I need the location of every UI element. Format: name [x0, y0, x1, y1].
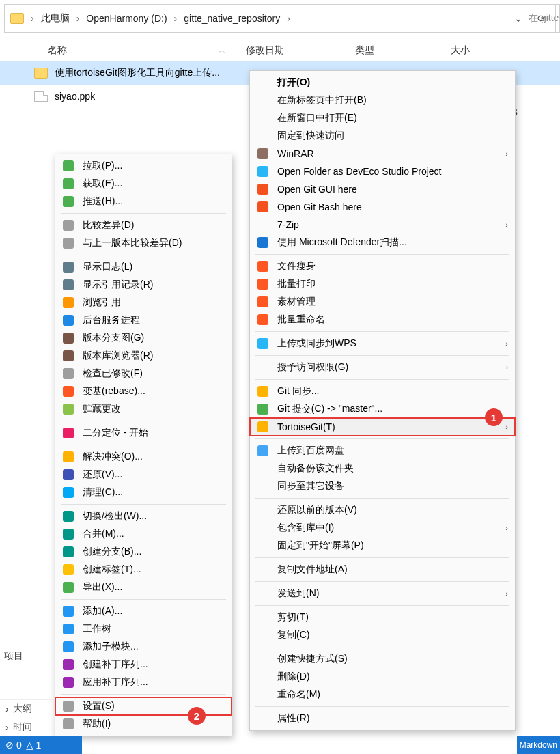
submenu-item-repobrowser[interactable]: 版本库浏览器(R): [55, 347, 232, 365]
menu-item-include[interactable]: 包含到库中(I)›: [250, 519, 515, 537]
submenu-item-label: 应用补丁序列...: [83, 676, 148, 688]
submenu-item-export[interactable]: 导出(X)...: [55, 578, 232, 596]
submenu-item-label: 版本库浏览器(R): [83, 350, 153, 362]
breadcrumb[interactable]: › 此电脑 › OpenHarmony (D:) › gitte_native_…: [4, 4, 556, 33]
menu-item-gitsync[interactable]: Git 同步...: [250, 382, 515, 400]
submenu-item-submodule[interactable]: 添加子模块...: [55, 638, 232, 656]
submenu-item-branch[interactable]: 创建分支(B)...: [55, 543, 232, 561]
menu-item-gitgui[interactable]: Open Git GUI here: [250, 180, 515, 198]
context-menu: 打开(O)在新标签页中打开(B)在新窗口中打开(E)固定到快速访问WinRAR›…: [249, 70, 516, 731]
menu-item-label: 重命名(M): [277, 688, 320, 701]
submenu-item-bisect[interactable]: 二分定位 - 开始: [55, 424, 232, 442]
menu-item-cut[interactable]: 剪切(T): [250, 609, 515, 626]
submenu-item-switch[interactable]: 切换/检出(W)...: [55, 507, 232, 525]
status-language[interactable]: Markdown: [517, 736, 560, 754]
menu-item-pin[interactable]: 固定到快速访问: [250, 127, 515, 145]
menu-item-copyaddr[interactable]: 复制文件地址(A): [250, 561, 515, 578]
submenu-item-diffprev[interactable]: 与上一版本比较差异(D): [55, 234, 232, 252]
menu-item-label: TortoiseGit(T): [277, 421, 335, 432]
submenu-item-checkmod[interactable]: 检查已修改(F): [55, 365, 232, 382]
submenu-item-label: 导出(X)...: [83, 581, 122, 594]
menu-item-shortcut[interactable]: 创建快捷方式(S): [250, 650, 515, 668]
submenu-item-rebase[interactable]: 变基(rebase)...: [55, 382, 232, 400]
menu-item-open[interactable]: 打开(O): [250, 74, 515, 92]
submenu-item-resolve[interactable]: 解决冲突(O)...: [55, 448, 232, 466]
col-size[interactable]: 大小: [451, 44, 519, 57]
submenu-item-worktree[interactable]: 工作树: [55, 620, 232, 638]
submenu-item-createpatch[interactable]: 创建补丁序列...: [55, 656, 232, 673]
submenu-item-merge[interactable]: 合并(M)...: [55, 525, 232, 543]
submenu-item-label: 清理(C)...: [83, 486, 123, 499]
submenu-item-label: 后台服务进程: [83, 314, 140, 326]
submenu-item-reflog[interactable]: 显示引用记录(R): [55, 276, 232, 294]
submenu-item-daemon[interactable]: 后台服务进程: [55, 311, 232, 329]
shield-icon: [257, 236, 269, 249]
submenu-item-log[interactable]: 显示日志(L): [55, 258, 232, 276]
menu-item-restore[interactable]: 还原以前的版本(V): [250, 501, 515, 519]
menu-item-wps2[interactable]: 批量打印: [250, 275, 515, 293]
submenu-item-label: 切换/检出(W)...: [83, 510, 147, 522]
search-input[interactable]: 在 gitte: [523, 4, 560, 33]
menu-item-7zip[interactable]: 7-Zip›: [250, 216, 515, 234]
dev-icon: [257, 165, 269, 178]
submenu-item-diff[interactable]: 比较差异(D): [55, 217, 232, 234]
submenu-item-stash[interactable]: 贮藏更改: [55, 400, 232, 418]
menu-item-gitbash[interactable]: Open Git Bash here: [250, 198, 515, 216]
submenu-item-revgraph[interactable]: 版本分支图(G): [55, 329, 232, 347]
annotation-badge-1: 1: [485, 408, 503, 426]
menu-item-wps1[interactable]: 文件瘦身: [250, 257, 515, 275]
tortoise-add-icon: [62, 605, 74, 617]
menu-item-gitcommit[interactable]: Git 提交(C) -> "master"...: [250, 400, 515, 418]
menu-item-copy[interactable]: 复制(C): [250, 626, 515, 644]
crumb-pc[interactable]: 此电脑: [41, 12, 70, 25]
submenu-item-tag[interactable]: 创建标签(T)...: [55, 561, 232, 578]
col-type[interactable]: 类型: [355, 44, 451, 57]
tortoise-log-icon: [62, 261, 74, 273]
menu-item-autobk[interactable]: 自动备份该文件夹: [250, 460, 515, 477]
menu-item-tortoise[interactable]: TortoiseGit(T)›: [250, 418, 515, 436]
tab-outline[interactable]: ›大纲: [0, 699, 53, 718]
menu-item-deveco[interactable]: Open Folder as DevEco Studio Project: [250, 163, 515, 180]
submenu-item-applypatch[interactable]: 应用补丁序列...: [55, 673, 232, 691]
menu-item-pinstart[interactable]: 固定到"开始"屏幕(P): [250, 537, 515, 555]
menu-item-newtab[interactable]: 在新标签页中打开(B): [250, 92, 515, 109]
errors-count[interactable]: ⊘ 0: [5, 740, 22, 751]
menu-item-newwin[interactable]: 在新窗口中打开(E): [250, 109, 515, 127]
tab-project[interactable]: 项目: [4, 650, 23, 662]
col-name[interactable]: 名称︿: [0, 44, 246, 57]
menu-item-label: 复制(C): [277, 629, 309, 641]
status-bar[interactable]: ⊘ 0 △ 1: [0, 736, 82, 754]
rar-icon: [257, 148, 269, 160]
menu-item-baidu[interactable]: 上传到百度网盘: [250, 442, 515, 460]
submenu-item-add[interactable]: 添加(A)...: [55, 602, 232, 620]
submenu-item-pull[interactable]: 拉取(P)...: [55, 157, 232, 175]
menu-item-syncdev[interactable]: 同步至其它设备: [250, 477, 515, 495]
tortoise-push-icon: [62, 195, 74, 208]
submenu-item-clean[interactable]: 清理(C)...: [55, 484, 232, 501]
menu-item-wps4[interactable]: 批量重命名: [250, 311, 515, 329]
submenu-item-fetch[interactable]: 获取(E)...: [55, 175, 232, 193]
crumb-drive[interactable]: OpenHarmony (D:): [86, 13, 167, 24]
menu-item-wps3[interactable]: 素材管理: [250, 293, 515, 311]
menu-item-wpsup[interactable]: 上传或同步到WPS›: [250, 335, 515, 352]
submenu-item-revert[interactable]: 还原(V)...: [55, 466, 232, 484]
tortoise-rebase-icon: [62, 385, 74, 397]
file-name: 使用tortoiseGit图形化工具向gitte上传...: [55, 67, 220, 79]
menu-item-props[interactable]: 属性(R): [250, 710, 515, 727]
menu-item-grant[interactable]: 授予访问权限(G)›: [250, 359, 515, 376]
blank-icon: [257, 480, 269, 492]
submenu-item-browse[interactable]: 浏览引用: [55, 294, 232, 311]
tortoise-branch-icon: [62, 546, 74, 558]
warnings-count[interactable]: △ 1: [26, 740, 42, 751]
submenu-item-label: 二分定位 - 开始: [83, 427, 148, 439]
menu-item-rename[interactable]: 重命名(M): [250, 686, 515, 703]
menu-item-delete[interactable]: 删除(D): [250, 668, 515, 686]
menu-item-sendto[interactable]: 发送到(N)›: [250, 585, 515, 602]
menu-item-winrar[interactable]: WinRAR›: [250, 145, 515, 163]
tab-time[interactable]: ›时间: [0, 718, 53, 736]
crumb-folder[interactable]: gitte_native_repository: [184, 13, 280, 24]
col-date[interactable]: 修改日期: [246, 44, 355, 57]
tortoise-merge-icon: [62, 528, 74, 540]
menu-item-defender[interactable]: 使用 Microsoft Defender扫描...: [250, 234, 515, 251]
submenu-item-push[interactable]: 推送(H)...: [55, 193, 232, 210]
